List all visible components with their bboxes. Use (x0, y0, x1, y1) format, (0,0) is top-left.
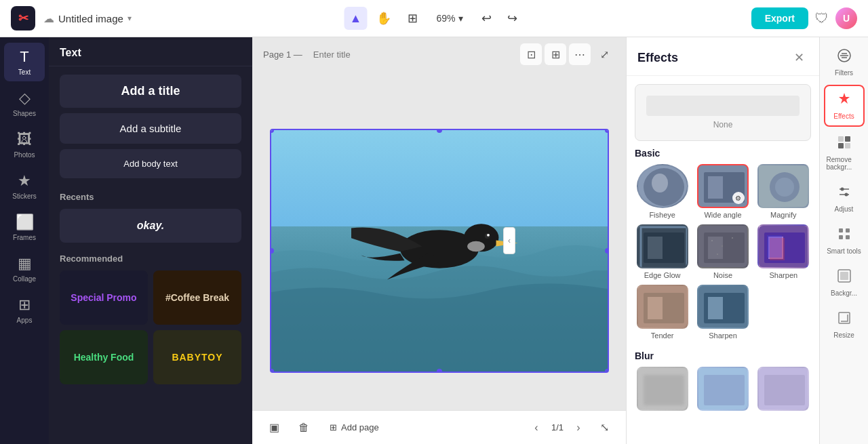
add-subtitle-button[interactable]: Add a subtitle (60, 113, 241, 144)
canvas-frame[interactable] (270, 129, 609, 373)
effects-basic-grid: Fisheye ⚙ Wide angle (635, 164, 811, 279)
crop-tool-button[interactable]: ⊡ (520, 43, 542, 65)
sidebar-item-label-frames: Frames (13, 234, 36, 241)
svg-rect-53 (839, 228, 843, 233)
tool-filters[interactable]: Filters (824, 43, 865, 82)
svg-rect-58 (840, 272, 848, 280)
effect-none[interactable]: None (635, 84, 811, 141)
sidebar-item-photos[interactable]: 🖼 Photos (4, 125, 45, 164)
svg-point-3 (487, 234, 490, 237)
effect-noise[interactable]: Noise (695, 224, 750, 279)
effects-panel: Effects ✕ None Basic (626, 37, 819, 444)
resize-icon (837, 310, 852, 329)
selection-handle-br[interactable] (605, 369, 609, 373)
add-body-button[interactable]: Add body text (60, 149, 241, 178)
undo-button[interactable]: ↩ (475, 7, 498, 30)
rec-item-coffee-break[interactable]: #Coffee Break (153, 270, 241, 325)
sidebar-item-apps[interactable]: ⊞ Apps (4, 291, 45, 329)
text-buttons: Add a title Add a subtitle Add body text (49, 66, 252, 186)
tool-adjust[interactable]: Adjust (824, 179, 865, 218)
effects-tool-label: Effects (833, 113, 854, 120)
next-page-button[interactable]: › (569, 418, 588, 437)
effects-close-button[interactable]: ✕ (789, 48, 808, 67)
svg-point-4 (467, 241, 485, 251)
hand-tool-button[interactable]: ✋ (372, 7, 395, 30)
svg-rect-31 (648, 297, 663, 319)
redo-button[interactable]: ↪ (501, 7, 524, 30)
recent-item-okay[interactable]: okay. (60, 209, 241, 243)
sidebar-item-label-stickers: Stickers (12, 193, 37, 200)
grid-view-button[interactable]: ⊞ (545, 43, 566, 65)
effect-blur-3[interactable] (756, 367, 811, 411)
sidebar-item-shapes[interactable]: ◇ Shapes (4, 84, 45, 123)
cloud-icon: ☁ (43, 12, 54, 25)
tool-background[interactable]: Backgr... (824, 263, 865, 302)
selection-handle-bl[interactable] (270, 369, 274, 373)
delete-page-button[interactable]: 🗑 (293, 417, 315, 439)
export-button[interactable]: Export (751, 7, 808, 29)
background-icon (837, 268, 852, 287)
expand-button[interactable]: ⤡ (593, 417, 615, 439)
tool-resize[interactable]: Resize (824, 305, 865, 344)
sidebar-item-label-collage: Collage (13, 275, 36, 283)
effect-wide-angle[interactable]: ⚙ Wide angle (695, 164, 750, 219)
photos-icon: 🖼 (17, 131, 32, 148)
effect-blur-2[interactable] (695, 367, 750, 411)
effect-magnify[interactable]: Magnify (756, 164, 811, 219)
tool-effects[interactable]: Effects (824, 85, 865, 127)
selection-handle-mr[interactable] (605, 248, 609, 254)
sidebar-item-label-apps: Apps (17, 317, 33, 324)
effect-tender[interactable]: Tender (635, 285, 690, 340)
frames-icon: ⬜ (16, 214, 34, 231)
page-nav: ‹ 1/1 › ⤡ (527, 417, 615, 439)
more-options-button[interactable]: ⋯ (569, 43, 591, 65)
svg-rect-55 (839, 235, 843, 239)
select-tool-button[interactable]: ▲ (344, 7, 367, 30)
recommended-grid: Special Promo #Coffee Break Healthy Food… (49, 268, 252, 387)
sidebar-item-stickers[interactable]: ★ Stickers (4, 167, 45, 205)
svg-rect-19 (708, 237, 723, 259)
text-icon: T (20, 48, 28, 66)
collapse-sidebar-button[interactable]: ‹ (503, 227, 515, 254)
sidebar-item-label-text: Text (18, 68, 31, 76)
effect-sharpen-1[interactable]: Sharpen (756, 224, 811, 279)
fisheye-label: Fisheye (649, 211, 675, 219)
rec-item-special-promo[interactable]: Special Promo (60, 270, 148, 325)
page-thumb-button[interactable]: ▣ (263, 417, 285, 439)
fisheye-thumb (637, 164, 688, 208)
rec-item-baby-toy[interactable]: BABYTOY (153, 330, 241, 384)
page-title-input[interactable] (308, 47, 433, 62)
avatar[interactable]: U (835, 7, 857, 29)
prev-page-button[interactable]: ‹ (527, 418, 546, 437)
effects-blur-grid (635, 367, 811, 411)
sidebar-item-text[interactable]: T Text (4, 43, 45, 81)
effect-sharpen-2[interactable]: Sharpen (695, 285, 750, 340)
sidebar-item-collage[interactable]: ▦ Collage (4, 249, 45, 288)
sidebar-icons: T Text ◇ Shapes 🖼 Photos ★ Stickers ⬜ Fr… (0, 37, 49, 444)
sidebar-item-frames[interactable]: ⬜ Frames (4, 208, 45, 247)
app-logo[interactable]: ✂ (11, 6, 35, 31)
layout-button[interactable]: ⊞ (401, 7, 424, 30)
topbar-right: Export 🛡 U (751, 7, 857, 29)
expand-canvas-button[interactable]: ⤢ (593, 43, 615, 65)
add-title-button[interactable]: Add a title (60, 75, 241, 108)
rec-item-healthy-food[interactable]: Healthy Food (60, 330, 148, 384)
title-chevron[interactable]: ▾ (127, 14, 132, 23)
tool-remove-bg[interactable]: Remove backgr... (824, 129, 865, 176)
wideangle-thumb: ⚙ (697, 164, 749, 208)
tool-smart-tools[interactable]: Smart tools (824, 221, 865, 260)
effect-blur-1[interactable] (635, 367, 690, 411)
effect-fisheye[interactable]: Fisheye (635, 164, 690, 219)
svg-rect-10 (708, 176, 723, 199)
canvas-wrapper (252, 37, 626, 444)
filters-icon (837, 48, 852, 66)
selection-handle-bc[interactable] (437, 369, 442, 373)
add-page-button[interactable]: ⊞ Add page (323, 418, 386, 437)
svg-rect-46 (845, 136, 850, 142)
document-title[interactable]: Untitled image (58, 13, 123, 24)
remove-bg-icon (837, 135, 852, 153)
effect-edge-glow[interactable]: Edge Glow (635, 224, 690, 279)
right-tools-panel: Filters Effects Remove backgr... Adjust … (819, 37, 868, 444)
zoom-button[interactable]: 69% ▾ (429, 10, 469, 26)
canvas-tools: ⊡ ⊞ ⋯ ⤢ (520, 43, 615, 65)
